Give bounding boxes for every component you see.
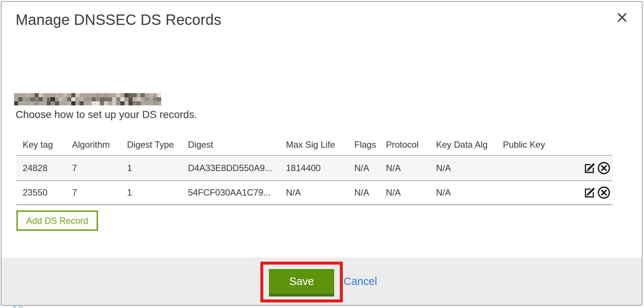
dnssec-dialog: Manage DNSSEC DS Records Choose how to s…	[1, 1, 643, 306]
save-button[interactable]: Save	[269, 269, 334, 296]
cell-key-data-alg: N/A	[430, 155, 497, 181]
cancel-link[interactable]: Cancel	[344, 275, 377, 288]
cell-public-key	[497, 155, 545, 181]
column-header-public-key: Public Key	[497, 134, 545, 155]
close-button[interactable]	[616, 12, 628, 24]
row-actions	[545, 181, 612, 204]
cell-flags: N/A	[348, 181, 380, 204]
cell-max-sig-life: 1814400	[280, 155, 348, 181]
cell-key-tag: 23550	[16, 181, 66, 204]
column-header-protocol: Protocol	[380, 134, 430, 155]
cell-algorithm: 7	[66, 155, 121, 181]
cell-digest: D4A33E8DD550A9...	[182, 155, 280, 181]
edit-record-button[interactable]	[583, 186, 597, 200]
redacted-domain	[14, 93, 161, 105]
cell-protocol: N/A	[380, 181, 430, 204]
dialog-subtitle: Choose how to set up your DS records.	[16, 109, 197, 121]
row-actions	[545, 155, 612, 181]
dialog-footer: Save Cancel	[1, 258, 642, 305]
column-header-algorithm: Algorithm	[66, 134, 121, 155]
save-highlight-annotation: Save	[260, 262, 343, 302]
cell-key-tag: 24828	[16, 155, 66, 181]
cell-max-sig-life: N/A	[280, 181, 348, 204]
column-header-actions	[545, 134, 612, 155]
background-page-fragment	[13, 306, 24, 308]
close-icon	[617, 12, 628, 23]
column-header-digest: Digest	[182, 134, 280, 155]
add-ds-record-button[interactable]: Add DS Record	[16, 210, 98, 231]
column-header-digest-type: Digest Type	[121, 134, 182, 155]
column-header-key-tag: Key tag	[16, 134, 66, 155]
cell-digest: 54FCF030AA1C79...	[182, 181, 280, 204]
column-header-key-data-alg: Key Data Alg	[430, 134, 497, 155]
cell-algorithm: 7	[66, 181, 121, 204]
cell-public-key	[497, 181, 545, 204]
table-header-row: Key tag Algorithm Digest Type Digest Max…	[16, 134, 612, 155]
ds-record-row: 23550 7 1 54FCF030AA1C79... N/A N/A N/A …	[16, 181, 612, 204]
ds-records-table: Key tag Algorithm Digest Type Digest Max…	[16, 134, 612, 205]
delete-icon	[597, 186, 611, 200]
cell-key-data-alg: N/A	[430, 181, 497, 204]
cell-protocol: N/A	[380, 155, 430, 181]
edit-icon	[583, 186, 597, 200]
delete-record-button[interactable]	[597, 161, 611, 175]
cell-digest-type: 1	[121, 155, 182, 181]
ds-record-row: 24828 7 1 D4A33E8DD550A9... 1814400 N/A …	[16, 155, 612, 181]
cell-digest-type: 1	[121, 181, 182, 204]
dialog-title: Manage DNSSEC DS Records	[16, 12, 221, 28]
edit-icon	[583, 161, 597, 175]
delete-icon	[597, 161, 611, 175]
edit-record-button[interactable]	[583, 161, 597, 175]
column-header-max-sig-life: Max Sig Life	[280, 134, 348, 155]
cell-flags: N/A	[348, 155, 380, 181]
delete-record-button[interactable]	[597, 186, 611, 200]
column-header-flags: Flags	[348, 134, 380, 155]
